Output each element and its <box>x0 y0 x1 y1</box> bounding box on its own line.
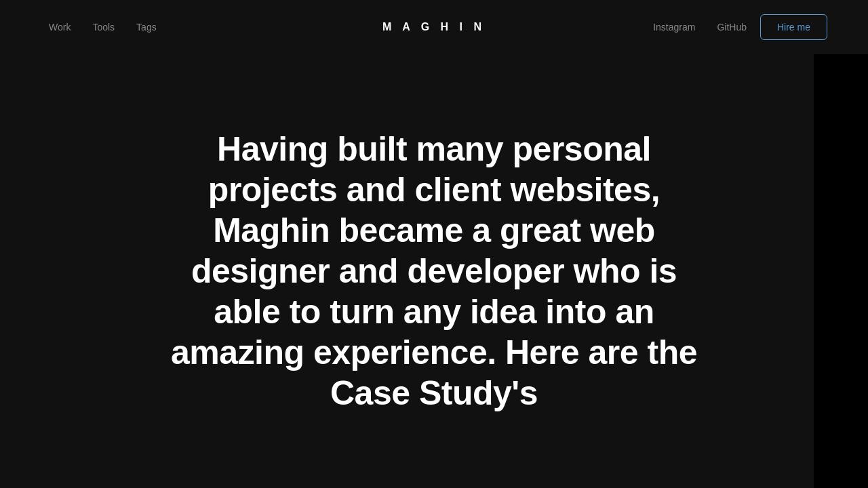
nav-link-tags[interactable]: Tags <box>128 18 165 37</box>
nav-right: Instagram GitHub Hire me <box>645 14 827 40</box>
nav-link-tools[interactable]: Tools <box>84 18 123 37</box>
main-content: Having built many personal projects and … <box>0 54 868 488</box>
navbar: Work Tools Tags M A G H I N Instagram Gi… <box>0 0 868 54</box>
hire-me-button[interactable]: Hire me <box>760 14 827 40</box>
nav-link-work[interactable]: Work <box>41 18 79 37</box>
hero-section: Having built many personal projects and … <box>170 129 698 413</box>
nav-center: M A G H I N <box>382 21 486 33</box>
site-logo[interactable]: M A G H I N <box>382 21 486 33</box>
nav-link-github[interactable]: GitHub <box>709 18 755 37</box>
hero-heading: Having built many personal projects and … <box>170 129 698 413</box>
nav-link-instagram[interactable]: Instagram <box>645 18 703 37</box>
nav-left: Work Tools Tags <box>41 18 165 37</box>
